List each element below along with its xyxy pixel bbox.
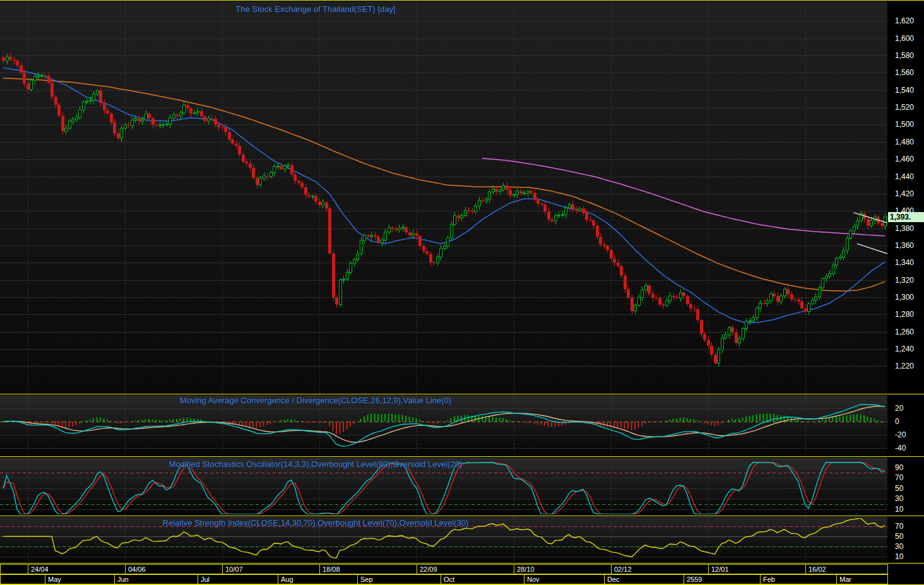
- y-axis-label: 1,620: [895, 17, 914, 25]
- x-axis-cell: Aug: [278, 574, 358, 584]
- y-axis-label: 70: [895, 523, 903, 530]
- x-axis-cell: Sep: [357, 574, 441, 584]
- x-axis-cell: 10/07: [222, 564, 320, 574]
- y-axis-label: 1,580: [895, 52, 914, 59]
- x-axis-cell: 2559: [684, 574, 761, 584]
- chart-title: The Stock Exchange of Thailand(SET) [day…: [0, 4, 631, 14]
- x-axis-cell-empty: [0, 564, 28, 574]
- y-axis-label: 1,320: [895, 276, 914, 284]
- pane-separator: [0, 516, 924, 516]
- y-axis-label: 1,420: [895, 190, 914, 198]
- last-price-label: 1,393.: [888, 212, 924, 222]
- right-price-axis: 1,6201,6001,5801,5601,5401,5201,5001,480…: [887, 1, 924, 585]
- pane-separator: [0, 456, 924, 457]
- y-axis-label: 10: [895, 505, 903, 513]
- y-axis-label: 1,340: [895, 259, 914, 266]
- pane-separator: [0, 563, 924, 564]
- x-axis-cell: 02/12: [611, 564, 709, 574]
- x-axis-cell: Dec: [604, 574, 684, 584]
- x-axis-cell: 12/01: [708, 564, 806, 574]
- stock-chart-window: The Stock Exchange of Thailand(SET) [day…: [0, 0, 924, 585]
- y-axis-label: 50: [895, 485, 903, 492]
- y-axis-label: 1,280: [895, 310, 914, 318]
- x-axis-cell: Jun: [114, 574, 198, 584]
- rsi-pane-title: Relative Strength Index(CLOSE,14,30,70),…: [0, 518, 631, 528]
- y-axis-label: 1,520: [895, 103, 914, 111]
- y-axis-label: 10: [895, 553, 903, 560]
- y-axis-label: 30: [895, 543, 903, 550]
- x-axis-cell: Nov: [524, 574, 605, 584]
- x-axis-cell-empty: [0, 574, 45, 584]
- x-axis-cell: 04/06: [125, 564, 223, 574]
- y-axis-label: 1,220: [895, 362, 914, 370]
- x-axis-cell: Feb: [760, 574, 837, 584]
- macd-pane-title: Moving Average Convergence / Divergence(…: [0, 396, 631, 405]
- y-axis-label: 20: [895, 405, 903, 412]
- y-axis-label: 1,360: [895, 242, 914, 249]
- y-axis-label: 1,560: [895, 69, 914, 76]
- x-axis-cell: May: [45, 574, 115, 584]
- y-axis-label: 1,300: [895, 293, 914, 301]
- y-axis-label: 1,500: [895, 121, 914, 128]
- y-axis-label: 30: [895, 495, 903, 502]
- y-axis-label: 90: [895, 464, 903, 471]
- y-axis-label: 1,600: [895, 35, 914, 42]
- y-axis-label: -40: [895, 444, 906, 452]
- x-axis-cell: Oct: [441, 574, 524, 584]
- y-axis-label: 1,260: [895, 328, 914, 336]
- x-axis-cell: 24/04: [28, 564, 126, 574]
- x-axis-cell: 18/08: [319, 564, 417, 574]
- x-axis-cell: 22/09: [417, 564, 514, 574]
- y-axis-label: 70: [895, 474, 903, 482]
- y-axis-label: 1,380: [895, 225, 914, 232]
- pane-separator: [0, 394, 924, 394]
- x-axis-cell: Jul: [198, 574, 278, 584]
- y-axis-label: 1,540: [895, 86, 914, 94]
- chart-canvas[interactable]: [0, 1, 924, 585]
- y-axis-label: 1,480: [895, 138, 914, 146]
- y-axis-label: 1,460: [895, 155, 914, 163]
- x-axis-cell: 28/10: [514, 564, 612, 574]
- y-axis-label: 50: [895, 533, 903, 540]
- x-axis-cell: 16/02: [805, 564, 888, 574]
- stochastic-pane-title: Modified Stochastics Oscillator(14,3,3),…: [0, 459, 631, 469]
- y-axis-label: -20: [895, 431, 906, 439]
- x-axis-cell: Mar: [836, 574, 888, 584]
- y-axis-label: 1,440: [895, 173, 914, 180]
- y-axis-label: 0: [895, 418, 899, 425]
- y-axis-label: 1,240: [895, 345, 914, 353]
